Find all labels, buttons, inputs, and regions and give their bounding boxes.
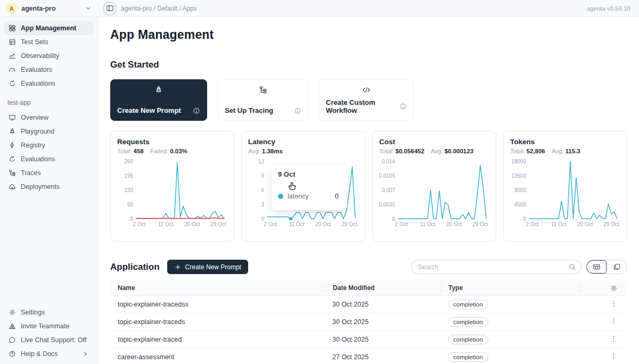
gear-icon[interactable] — [610, 284, 618, 292]
column-header-date-modified[interactable]: Date Modified — [325, 284, 440, 293]
stat-label: Total: — [379, 148, 394, 154]
stat-value: 115.3 — [566, 148, 580, 154]
stat-value: 458 — [134, 148, 144, 154]
row-menu-button[interactable] — [609, 334, 619, 345]
sidebar-app-item-playground[interactable]: Playground — [4, 125, 94, 138]
card-view-button[interactable] — [607, 260, 627, 274]
series-dot — [278, 194, 283, 199]
dots-vertical-icon — [610, 317, 618, 325]
metric-card-cost: CostTotal:$0.056452Avg:$0.00012300.00350… — [372, 131, 496, 242]
search-icon[interactable] — [568, 263, 576, 271]
sidebar-item-label: Evaluations — [21, 155, 55, 163]
sidebar-footer-item-settings[interactable]: Settings — [4, 305, 94, 319]
sidebar-item-observability[interactable]: Observability — [4, 49, 94, 63]
type-badge: completion — [448, 300, 488, 309]
info-icon[interactable] — [399, 103, 407, 110]
svg-text:0.0035: 0.0035 — [379, 202, 395, 208]
sidebar-app-item-traces[interactable]: Traces — [4, 166, 94, 180]
svg-text:20 Oct: 20 Oct — [184, 221, 200, 227]
stat-value: 0.03% — [170, 148, 187, 154]
chart-stat: Total:52,806 — [510, 148, 545, 154]
svg-text:11 Oct: 11 Oct — [420, 221, 436, 227]
sidebar-item-label: Settings — [21, 309, 45, 316]
table-view-icon — [593, 263, 601, 271]
sidebar-item-label: Help & Docs — [21, 350, 58, 358]
svg-text:29 Oct: 29 Oct — [210, 221, 226, 227]
column-header-type[interactable]: Type — [440, 284, 579, 293]
sidebar-app-item-evaluations[interactable]: Evaluations — [4, 152, 94, 166]
create-new-prompt-card[interactable]: Create New Prompt — [110, 79, 207, 121]
code-icon — [326, 86, 407, 94]
table-row[interactable]: topic-explainer-traceds30 Oct 2025comple… — [110, 313, 627, 331]
table-row[interactable]: topic-explainer-tracedss30 Oct 2025compl… — [110, 296, 627, 313]
sidebar-item-evaluations[interactable]: Evaluations — [4, 77, 94, 90]
sidebar-main-nav: App ManagementTest SetsObservabilityEval… — [4, 21, 94, 90]
row-menu-button[interactable] — [609, 316, 619, 328]
sidebar-item-test-sets[interactable]: Test Sets — [4, 35, 94, 49]
sidebar-footer-item-live-chat-support-off[interactable]: Live Chat Support: Off — [4, 333, 94, 347]
get-started-title: Get Started — [110, 60, 627, 70]
svg-text:9000: 9000 — [514, 187, 527, 193]
rocket-icon — [9, 128, 16, 135]
metric-card-tokens: TokensTotal:52,806Avg:115.30450090001350… — [503, 131, 627, 242]
sidebar-collapse-button[interactable] — [103, 2, 117, 15]
chart-stat: Avg:1.38ms — [248, 148, 283, 154]
app-name-cell: topic-explainer-tracedss — [110, 301, 325, 308]
sidebar-item-label: Test Sets — [21, 38, 48, 46]
sidebar-item-evaluators[interactable]: Evaluators — [4, 63, 94, 77]
row-menu-button[interactable] — [609, 299, 619, 310]
tracing-tree-icon — [225, 86, 301, 94]
app-name-cell: topic-explainer-traceds — [110, 318, 325, 326]
info-icon[interactable] — [294, 107, 301, 114]
svg-text:0.007: 0.007 — [382, 187, 395, 193]
search-box — [411, 260, 581, 274]
sidebar-footer-item-invite-teammate[interactable]: Invite Teammate — [4, 319, 94, 333]
sidebar-app-item-overview[interactable]: Overview — [4, 111, 94, 125]
workspace-switcher[interactable]: A agenta-pro — [0, 3, 99, 14]
svg-text:195: 195 — [124, 173, 133, 179]
svg-text:13500: 13500 — [511, 173, 526, 179]
tree-icon — [9, 169, 16, 177]
create-new-prompt-button[interactable]: Create New Prompt — [167, 260, 248, 274]
chart-stat: Total:458 — [117, 148, 144, 154]
svg-text:0: 0 — [130, 216, 133, 222]
stat-label: Avg: — [431, 148, 443, 154]
applications-table: Name Date Modified Type topic-explainer-… — [110, 280, 627, 364]
info-icon[interactable] — [193, 107, 200, 114]
sidebar-item-app-management[interactable]: App Management — [4, 21, 94, 35]
chart-tooltip: 9 Octlatency0 — [272, 166, 347, 210]
svg-text:11 Oct: 11 Oct — [289, 221, 305, 227]
svg-text:12: 12 — [258, 159, 265, 164]
sidebar-footer-item-help-docs[interactable]: Help & Docs — [4, 347, 94, 361]
sidebar-item-label: App Management — [21, 24, 76, 32]
set-up-tracing-card[interactable]: Set Up Tracing — [218, 79, 308, 121]
card-label: Set Up Tracing — [225, 106, 273, 114]
sidebar-item-label: Deployments — [21, 183, 60, 191]
sidebar-app-item-deployments[interactable]: Deployments — [4, 180, 94, 194]
sidebar-item-label: Registry — [21, 142, 45, 149]
column-header-name[interactable]: Name — [110, 284, 325, 293]
type-badge: completion — [448, 317, 488, 327]
app-name-cell: topic-explainer-traced — [110, 336, 325, 343]
table-row[interactable]: topic-explainer-traced30 Oct 2025complet… — [110, 331, 627, 349]
sidebar-app-item-registry[interactable]: Registry — [4, 138, 94, 152]
breadcrumb[interactable]: agenta-pro / Default / Apps — [121, 5, 197, 12]
svg-text:18000: 18000 — [511, 159, 526, 164]
sidebar-group-label: test-app — [7, 99, 94, 106]
triangle-user-icon — [9, 322, 16, 330]
type-badge: completion — [448, 352, 488, 362]
row-actions — [579, 299, 627, 310]
row-menu-button[interactable] — [609, 351, 619, 363]
svg-text:29 Oct: 29 Oct — [472, 221, 488, 227]
table-row[interactable]: career-assessment27 Oct 2025completion — [110, 349, 627, 364]
chart-title: Requests — [117, 138, 227, 146]
sidebar-footer-nav: SettingsInvite TeammateLive Chat Support… — [4, 305, 94, 361]
search-input[interactable] — [411, 260, 581, 274]
chat-icon — [9, 336, 16, 344]
svg-text:130: 130 — [124, 187, 133, 193]
monitor-icon — [9, 114, 16, 121]
grid-icon — [9, 24, 16, 32]
table-view-button[interactable] — [586, 260, 607, 274]
create-custom-workflow-card[interactable]: Create Custom Workflow — [319, 79, 414, 121]
refresh-icon — [9, 155, 16, 163]
